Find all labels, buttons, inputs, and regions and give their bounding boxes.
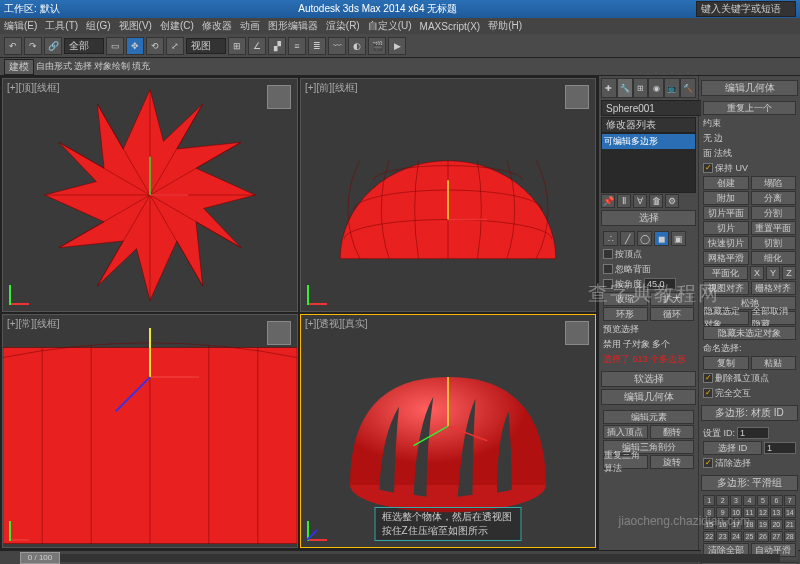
viewport-persp[interactable]: [+][透视][真实] 框选整个物体，然后在透视图按住Z住压缩至如图所示 [300, 314, 596, 548]
unique[interactable]: ∀ [633, 194, 647, 208]
btn-flip[interactable]: 翻转 [650, 425, 695, 439]
btn-unhide[interactable]: 全部取消隐藏 [751, 311, 797, 325]
btn-loop[interactable]: 循环 [650, 307, 695, 321]
roll-mat[interactable]: 多边形: 材质 ID [701, 405, 798, 421]
viewport-front[interactable]: [+][前][线框] [300, 78, 596, 312]
btn-msmooth[interactable]: 网格平滑 [703, 251, 749, 265]
btn-x[interactable]: X [750, 266, 764, 280]
select-button[interactable]: ▭ [106, 37, 124, 55]
menu-script[interactable]: MAXScript(X) [420, 21, 481, 32]
btn-y[interactable]: Y [766, 266, 780, 280]
tab-display[interactable]: 📺 [664, 78, 680, 98]
ribbon-paint[interactable]: 对象绘制 [94, 60, 130, 73]
roll-editgeo[interactable]: 编辑几何体 [601, 389, 696, 405]
chk-full-inter[interactable] [703, 388, 713, 398]
btn-sel-id[interactable]: 选择 ID [703, 441, 762, 455]
so-poly[interactable]: ◼ [654, 231, 669, 246]
btn-slice-plane[interactable]: 切片平面 [703, 206, 749, 220]
frame-handle[interactable]: 0 / 100 [20, 552, 60, 564]
btn-attach[interactable]: 附加 [703, 191, 749, 205]
viewcube-top[interactable] [267, 85, 291, 109]
roll-soft[interactable]: 软选择 [601, 371, 696, 387]
tab-motion[interactable]: ◉ [648, 78, 664, 98]
angle-spinner[interactable]: 45.0 [644, 278, 676, 290]
btn-insert-vert[interactable]: 插入顶点 [603, 425, 648, 439]
menu-group[interactable]: 组(G) [86, 19, 110, 33]
tab-modify[interactable]: 🔧 [617, 78, 633, 98]
btn-cut[interactable]: 切割 [751, 236, 797, 250]
btn-z[interactable]: Z [782, 266, 796, 280]
pin-stack[interactable]: 📌 [601, 194, 615, 208]
show-end[interactable]: Ⅱ [617, 194, 631, 208]
mirror-button[interactable]: ▞ [268, 37, 286, 55]
angle-snap[interactable]: ∠ [248, 37, 266, 55]
btn-quickslice[interactable]: 快速切片 [703, 236, 749, 250]
ribbon-fill[interactable]: 填充 [132, 60, 150, 73]
viewport-top[interactable]: [+][顶][线框] [2, 78, 298, 312]
render-setup[interactable]: 🎬 [368, 37, 386, 55]
chk-clear-sel[interactable] [703, 458, 713, 468]
snap-button[interactable]: ⊞ [228, 37, 246, 55]
ref-coord[interactable]: 视图 [186, 38, 226, 54]
vp-label-front[interactable]: [+][前][线框] [305, 81, 358, 95]
roll-editgeo-r[interactable]: 编辑几何体 [701, 80, 798, 96]
vp-label-persp[interactable]: [+][透视][真实] [305, 317, 368, 331]
undo-button[interactable]: ↶ [4, 37, 22, 55]
time-slider[interactable]: 0 / 100 [0, 550, 800, 564]
roll-smooth[interactable]: 多边形: 平滑组 [701, 475, 798, 491]
chk-ignore-back[interactable] [603, 264, 613, 274]
btn-shrink[interactable]: 收缩 [603, 292, 648, 306]
btn-edit-elem[interactable]: 编辑元素 [603, 410, 694, 424]
menu-edit[interactable]: 编辑(E) [4, 19, 37, 33]
modifier-stack[interactable]: 可编辑多边形 [601, 133, 696, 193]
menu-anim[interactable]: 动画 [240, 19, 260, 33]
redo-button[interactable]: ↷ [24, 37, 42, 55]
roll-selection[interactable]: 选择 [601, 210, 696, 226]
mat-id[interactable]: 1 [737, 427, 769, 439]
menu-tools[interactable]: 工具(T) [45, 19, 78, 33]
viewcube-persp[interactable] [565, 321, 589, 345]
curve-ed[interactable]: 〰 [328, 37, 346, 55]
menu-cust[interactable]: 自定义(U) [368, 19, 412, 33]
btn-grid-align[interactable]: 栅格对齐 [751, 281, 797, 295]
align-button[interactable]: ≡ [288, 37, 306, 55]
remove-mod[interactable]: 🗑 [649, 194, 663, 208]
vp-label-left[interactable]: [+][常][线框] [7, 317, 60, 331]
link-button[interactable]: 🔗 [44, 37, 62, 55]
btn-slice[interactable]: 切片 [703, 221, 749, 235]
viewport-left[interactable]: [+][常][线框] [2, 314, 298, 548]
modifier-list[interactable]: 修改器列表 [601, 117, 696, 133]
stack-item[interactable]: 可编辑多边形 [602, 134, 695, 149]
tab-util[interactable]: 🔨 [680, 78, 696, 98]
chk-del-iso[interactable] [703, 373, 713, 383]
rotate-button[interactable]: ⟲ [146, 37, 164, 55]
btn-repeat[interactable]: 重复上一个 [703, 101, 796, 115]
menu-help[interactable]: 帮助(H) [488, 19, 522, 33]
menu-create[interactable]: 创建(C) [160, 19, 194, 33]
btn-collapse[interactable]: 塌陷 [751, 176, 797, 190]
ribbon-model[interactable]: 建模 [4, 59, 34, 75]
ribbon-select[interactable]: 选择 [74, 60, 92, 73]
scale-button[interactable]: ⤢ [166, 37, 184, 55]
viewcube-front[interactable] [565, 85, 589, 109]
btn-tess[interactable]: 细化 [751, 251, 797, 265]
workspace-label[interactable]: 工作区: 默认 [4, 2, 60, 16]
btn-copy[interactable]: 复制 [703, 356, 749, 370]
move-button[interactable]: ✥ [126, 37, 144, 55]
chk-by-vertex[interactable] [603, 249, 613, 259]
filter-select[interactable]: 全部 [64, 38, 104, 54]
menu-render[interactable]: 渲染(R) [326, 19, 360, 33]
so-edge[interactable]: ╱ [620, 231, 635, 246]
chk-by-angle[interactable] [603, 279, 613, 289]
sg[interactable]: 1 [703, 495, 715, 506]
btn-reset-plane[interactable]: 重置平面 [751, 221, 797, 235]
btn-detach[interactable]: 分离 [751, 191, 797, 205]
chk-preserve-uv[interactable] [703, 163, 713, 173]
tab-hier[interactable]: ⊞ [633, 78, 649, 98]
btn-planar[interactable]: 平面化 [703, 266, 748, 280]
so-vertex[interactable]: ∴ [603, 231, 618, 246]
btn-view-align[interactable]: 视图对齐 [703, 281, 749, 295]
menu-graph[interactable]: 图形编辑器 [268, 19, 318, 33]
btn-turn[interactable]: 旋转 [650, 455, 695, 469]
btn-ring[interactable]: 环形 [603, 307, 648, 321]
